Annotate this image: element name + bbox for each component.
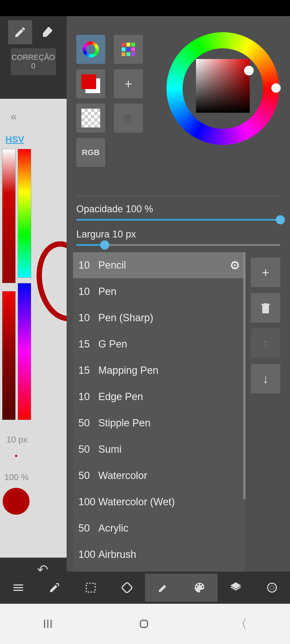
width-slider-label: Largura 10 px	[76, 229, 280, 240]
brush-size: 10	[78, 391, 98, 402]
color-swatches-mode-button[interactable]	[114, 35, 143, 64]
brush-row[interactable]: 10Edge Pen	[73, 384, 245, 410]
correction-value: 0	[11, 62, 56, 70]
brush-size: 10	[78, 259, 98, 271]
back-button[interactable]: 〈	[235, 616, 247, 632]
correction-button[interactable]: CORREÇÃO 0	[11, 48, 56, 75]
eraser-tool-button[interactable]	[35, 20, 59, 44]
brush-list[interactable]: 10Pencil⚙10Pen10Pen (Sharp)15G Pen15Mapp…	[73, 252, 245, 582]
brush-row[interactable]: 10Pen (Sharp)	[73, 305, 245, 331]
brush-row[interactable]: 10Pen	[73, 279, 245, 305]
checker-icon	[81, 109, 100, 127]
home-button[interactable]	[139, 619, 149, 629]
color-preview-swatch[interactable]	[3, 488, 30, 515]
brush-properties-panel: + 🗑 RGB Opacidade 100 % Largura 10 px	[67, 16, 290, 582]
menu-button[interactable]	[0, 572, 36, 604]
svg-rect-1	[121, 582, 132, 593]
trash-icon: 🗑	[122, 111, 134, 125]
brush-name: Stipple Pen	[98, 417, 240, 429]
delete-brush-button[interactable]	[251, 293, 280, 323]
brush-size: 15	[78, 365, 98, 376]
brush-row[interactable]: 100Watercolor (Wet)	[73, 489, 245, 515]
svg-point-2	[267, 583, 276, 592]
brush-row[interactable]: 15G Pen	[73, 331, 245, 357]
left-sidebar: CORREÇÃO 0 « HSV 10 px 100 % ↶	[0, 16, 67, 604]
brush-name: Pen	[98, 286, 240, 297]
brush-size: 50	[78, 444, 98, 455]
collapse-chevron-icon[interactable]: «	[11, 111, 17, 123]
brush-name: Edge Pen	[98, 391, 240, 402]
width-slider[interactable]	[76, 244, 280, 246]
brush-name: Watercolor (Wet)	[98, 496, 240, 508]
pencil-tool-button[interactable]	[8, 20, 32, 44]
brush-name: Airbrush	[98, 549, 240, 560]
brush-size: 10	[78, 286, 98, 297]
color-wheel-mode-button[interactable]	[76, 35, 105, 64]
svg-rect-4	[140, 620, 148, 628]
rgb-mode-button[interactable]: RGB	[76, 138, 105, 167]
brush-size: 100	[78, 549, 98, 560]
swatch-grid-icon	[122, 43, 135, 56]
move-brush-up-button[interactable]: ↑	[251, 328, 280, 358]
rotate-button[interactable]	[109, 572, 145, 604]
brush-row[interactable]: 50Watercolor	[73, 463, 245, 489]
brush-row[interactable]: 50Sumi	[73, 436, 245, 463]
brush-tab-button[interactable]	[145, 574, 181, 602]
system-nav-bar: III 〈	[0, 604, 290, 644]
move-brush-down-button[interactable]: ↓	[251, 364, 280, 393]
brush-row[interactable]: 50Acrylic	[73, 515, 245, 541]
selection-icon	[85, 582, 97, 594]
svg-point-3	[270, 586, 274, 590]
brush-name: Watercolor	[98, 470, 240, 481]
vertical-sliders[interactable]	[2, 149, 32, 417]
correction-label: CORREÇÃO	[11, 53, 56, 62]
more-button[interactable]	[254, 572, 290, 604]
brush-name: Mapping Pen	[98, 365, 240, 376]
arrow-up-icon: ↑	[262, 336, 269, 351]
hue-thumb[interactable]	[271, 83, 281, 93]
opacity-slider-label: Opacidade 100 %	[76, 203, 280, 215]
pencil-icon	[157, 582, 169, 594]
transparency-button[interactable]	[76, 104, 105, 133]
palette-tab-button[interactable]	[181, 574, 218, 602]
palette-icon	[193, 581, 206, 594]
arrow-down-icon: ↓	[262, 371, 269, 386]
add-brush-button[interactable]: +	[251, 258, 280, 287]
opacity-slider[interactable]	[76, 219, 280, 221]
hsv-mode-tab[interactable]: HSV	[5, 134, 24, 145]
fg-bg-icon	[81, 74, 100, 93]
brush-row[interactable]: 10Pencil⚙	[73, 252, 245, 279]
brush-name: Pencil	[98, 259, 240, 271]
trash-icon	[259, 301, 272, 314]
sv-thumb[interactable]	[244, 66, 254, 75]
brush-opacity-label: 100 %	[4, 472, 29, 482]
brush-size: 10	[78, 312, 98, 324]
add-color-button[interactable]: +	[114, 69, 143, 98]
brush-row[interactable]: 50Stipple Pen	[73, 410, 245, 436]
fg-bg-swatch-button[interactable]	[76, 69, 105, 98]
brush-name: Sumi	[98, 444, 240, 455]
layers-button[interactable]	[218, 572, 254, 604]
brush-row[interactable]: 100Airbrush	[73, 541, 245, 568]
circle-dots-icon	[266, 582, 278, 594]
svg-rect-0	[86, 583, 95, 592]
delete-color-button[interactable]: 🗑	[114, 104, 143, 133]
brush-name: G Pen	[98, 338, 240, 350]
saturation-value-box[interactable]	[196, 59, 250, 113]
color-wheel[interactable]	[166, 32, 279, 145]
canvas-peek	[34, 99, 67, 558]
brush-size-preview-dot	[15, 455, 17, 457]
brush-name: Acrylic	[98, 522, 240, 534]
edit-button[interactable]	[36, 572, 73, 604]
plus-icon: +	[262, 265, 269, 280]
edit-icon	[49, 582, 60, 594]
gear-icon[interactable]: ⚙	[230, 258, 240, 272]
selection-button[interactable]	[73, 572, 109, 604]
plus-icon: +	[124, 76, 132, 92]
scrollbar[interactable]	[243, 252, 245, 499]
rotate-icon	[120, 581, 134, 594]
brush-row[interactable]: 15Mapping Pen	[73, 357, 245, 384]
brush-name: Pen (Sharp)	[98, 312, 240, 324]
brush-size: 100	[78, 496, 98, 508]
recents-button[interactable]: III	[43, 617, 53, 631]
